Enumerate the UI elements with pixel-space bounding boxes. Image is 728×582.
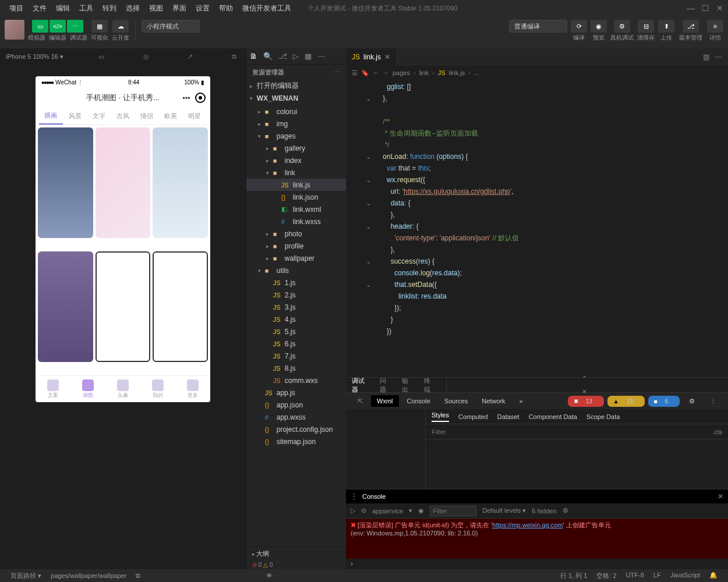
forward-icon[interactable]: → (383, 69, 389, 76)
file-app.wxss[interactable]: #app.wxss (246, 411, 346, 423)
cloud-button[interactable]: ☁ (112, 20, 129, 33)
file-app.js[interactable]: JSapp.js (246, 386, 346, 399)
category-tab[interactable]: 文字 (87, 108, 111, 125)
nav-item[interactable]: 潮图 (70, 376, 105, 402)
section-project[interactable]: ▾WX_WENAN (246, 92, 346, 104)
debugger-button[interactable]: ⋯ (67, 20, 83, 33)
folder-img[interactable]: ▸■img (246, 118, 346, 130)
tab-console[interactable]: Console (401, 395, 436, 407)
inspect-icon[interactable]: ⇱ (352, 395, 369, 407)
tab-debugger[interactable]: 调试器 (352, 377, 369, 394)
menu-dots-icon[interactable]: ••• (182, 94, 190, 102)
upload-button[interactable]: ⬆ (658, 20, 674, 33)
back-icon[interactable]: ← (373, 69, 379, 76)
file-comm.wxs[interactable]: JScomm.wxs (246, 374, 346, 386)
wallpaper-card[interactable] (96, 127, 151, 238)
wallpaper-card[interactable] (153, 127, 208, 238)
simulator-button[interactable]: ▭ (32, 20, 48, 33)
maximize-icon[interactable]: ☐ (702, 3, 709, 13)
detail-button[interactable]: ≡ (707, 20, 723, 33)
folder-wallpaper[interactable]: ▸■wallpaper (246, 252, 346, 264)
file-8.js[interactable]: JS8.js (246, 362, 346, 374)
page-path[interactable]: pages/wallpaper/wallpaper (46, 572, 131, 579)
levels-select[interactable]: Default levels ▾ (482, 507, 526, 514)
gear-icon[interactable]: ⚙ (683, 395, 701, 407)
split-icon[interactable]: ▥ (703, 53, 709, 61)
menu-工具[interactable]: 工具 (75, 4, 98, 12)
section-outline[interactable]: ▸ 大纲 (246, 546, 346, 560)
bookmark-icon[interactable]: 🔖 (361, 69, 369, 77)
clear-button[interactable]: ⊟ (638, 20, 654, 33)
file-sitemap.json[interactable]: {}sitemap.json (246, 435, 346, 448)
menu-帮助[interactable]: 帮助 (214, 4, 238, 12)
files-icon[interactable]: 🗎 (250, 52, 257, 61)
nav-item[interactable]: 更多 (175, 376, 210, 402)
tab-compdata[interactable]: Component Data (529, 413, 577, 420)
nav-item[interactable]: 头像 (105, 376, 140, 402)
remote-button[interactable]: ⚙ (614, 20, 630, 33)
file-project.config.json[interactable]: {}project.config.json (246, 423, 346, 435)
tab-sources[interactable]: Sources (439, 395, 473, 407)
tab-computed[interactable]: Computed (458, 413, 488, 420)
target-icon[interactable]: ◎ (140, 53, 153, 61)
wallpaper-card[interactable] (153, 251, 208, 362)
cursor-pos[interactable]: 行 1, 列 1 (556, 572, 592, 580)
ext-icon[interactable]: ▦ (305, 52, 312, 61)
file-2.js[interactable]: JS2.js (246, 289, 346, 301)
wallpaper-card[interactable] (96, 251, 151, 362)
tab-dataset[interactable]: Dataset (497, 413, 520, 420)
avatar[interactable] (5, 20, 24, 40)
editor-button[interactable]: </> (50, 20, 66, 33)
target-icon[interactable] (195, 93, 206, 103)
menu-转到[interactable]: 转到 (98, 4, 121, 12)
category-tab[interactable]: 风景 (63, 108, 87, 125)
file-link.js[interactable]: JSlink.js (246, 179, 346, 191)
wxml-tree[interactable] (346, 409, 425, 489)
folder-link[interactable]: ▾■link (246, 166, 346, 179)
hidden-count[interactable]: 6 hidden (532, 508, 556, 514)
search-icon[interactable]: 🔍 (263, 52, 273, 61)
mode-select[interactable]: 小程序模式 (142, 20, 200, 33)
folder-photo[interactable]: ▸■photo (246, 228, 346, 240)
menu-编辑[interactable]: 编辑 (51, 4, 75, 12)
device-icon[interactable]: ▭ (95, 53, 108, 61)
close-icon[interactable]: ✕ (716, 3, 723, 13)
error-badge[interactable]: ✖ 13 (568, 396, 604, 407)
clear-icon[interactable]: ▷ (351, 507, 355, 514)
tab-linkjs[interactable]: JS link.js ✕ (346, 48, 396, 66)
eol[interactable]: LF (649, 572, 666, 580)
tab-output[interactable]: 输出 (402, 377, 414, 394)
device-label[interactable]: iPhone 5 100% 16 ▾ (6, 53, 63, 61)
tab-problems[interactable]: 问题 (380, 377, 391, 394)
tab-terminal[interactable]: 终端 (424, 377, 436, 394)
indent[interactable]: 空格: 2 (592, 572, 621, 580)
category-tab[interactable]: 古风 (111, 108, 135, 125)
tab-scopedata[interactable]: Scope Data (586, 413, 620, 420)
menu-视图[interactable]: 视图 (144, 4, 168, 12)
category-tab[interactable]: 欧美 (159, 108, 183, 125)
more-icon[interactable]: ⋮ (351, 492, 358, 501)
file-6.js[interactable]: JS6.js (246, 338, 346, 350)
compile-button[interactable]: ⟳ (571, 20, 587, 33)
file-link.wxss[interactable]: #link.wxss (246, 215, 346, 228)
category-tab[interactable]: 情侣 (135, 108, 158, 125)
console-filter-input[interactable] (430, 506, 476, 516)
file-1.js[interactable]: JS1.js (246, 276, 346, 289)
debug-icon[interactable]: ▷ (293, 52, 299, 61)
context-select[interactable]: appservice (372, 508, 403, 514)
list-icon[interactable]: ☰ (352, 69, 358, 77)
copy-icon[interactable]: ⧉ (131, 572, 145, 580)
warn-badge[interactable]: ▲ 13 (607, 396, 645, 407)
eye-icon[interactable]: ◉ (418, 507, 424, 514)
minimize-icon[interactable]: — (687, 3, 695, 13)
version-button[interactable]: ⎇ (683, 20, 699, 33)
visualize-button[interactable]: ▦ (91, 20, 108, 33)
folder-gallery[interactable]: ▸■gallery (246, 142, 346, 154)
stop-icon[interactable]: ⊘ (361, 507, 366, 514)
more-icon[interactable]: » (514, 395, 529, 407)
more-icon[interactable]: ⋯ (715, 53, 722, 61)
section-open-editors[interactable]: ▸打开的编辑器 (246, 80, 346, 92)
eye-icon[interactable]: 👁 (261, 572, 277, 579)
tab-network[interactable]: Network (476, 395, 511, 407)
cls-toggle[interactable]: .cls (713, 428, 723, 435)
